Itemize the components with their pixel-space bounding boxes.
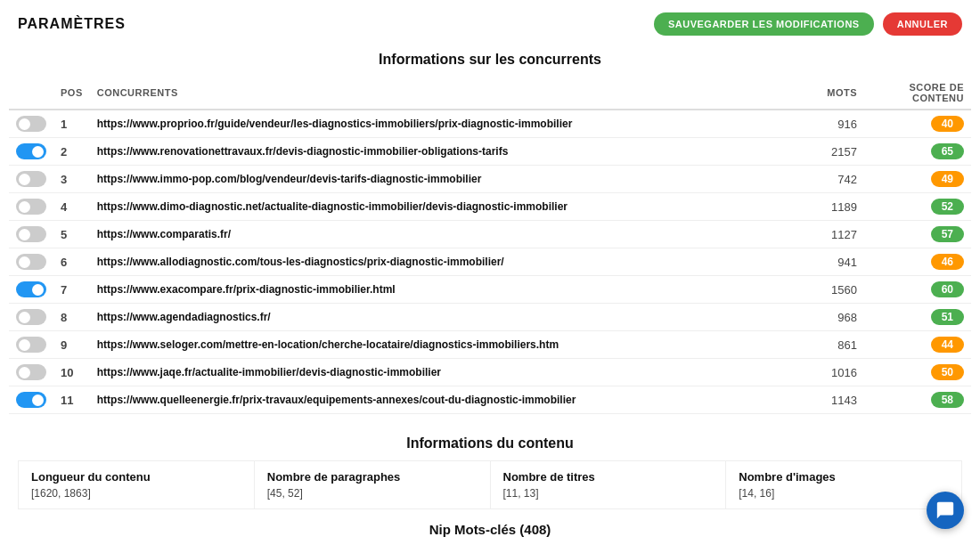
content-info-value: [1620, 1863]: [31, 487, 241, 500]
row-pos: 10: [53, 359, 90, 386]
content-info-title: Informations du contenu: [18, 435, 962, 451]
content-info-label: Nombre d'images: [739, 470, 949, 484]
toggle-switch[interactable]: [16, 392, 46, 408]
toggle-switch[interactable]: [16, 199, 46, 215]
table-row: 8https://www.agendadiagnostics.fr/96851: [9, 304, 971, 331]
col-pos: POS: [53, 77, 90, 110]
keywords-title: Nip Mots-clés (408): [14, 522, 966, 537]
row-url[interactable]: https://www.exacompare.fr/prix-diagnosti…: [90, 276, 802, 304]
toggle-cell: [9, 138, 53, 166]
toggle-switch[interactable]: [16, 171, 46, 187]
content-info-label: Nombre de titres: [503, 470, 714, 484]
toggle-cell: [9, 193, 53, 221]
score-badge: 50: [931, 364, 964, 380]
score-badge: 60: [931, 281, 964, 297]
col-mots: MOTS: [802, 77, 864, 110]
content-info-grid: Longueur du contenu[1620, 1863]Nombre de…: [18, 460, 962, 509]
row-score: 46: [864, 248, 971, 276]
toggle-cell: [9, 166, 53, 193]
row-pos: 1: [53, 110, 90, 138]
content-info-section: Informations du contenu Longueur du cont…: [0, 414, 980, 513]
toggle-switch[interactable]: [16, 143, 46, 159]
score-badge: 51: [931, 309, 964, 325]
score-badge: 40: [931, 116, 964, 132]
table-row: 11https://www.quelleenergie.fr/prix-trav…: [9, 386, 971, 414]
toggle-cell: [9, 304, 53, 331]
content-info-label: Longueur du contenu: [31, 470, 241, 484]
row-mots: 2157: [802, 138, 864, 166]
toggle-switch[interactable]: [16, 337, 46, 353]
row-mots: 1143: [802, 386, 864, 414]
chat-bubble[interactable]: [927, 492, 964, 529]
table-row: 6https://www.allodiagnostic.com/tous-les…: [9, 248, 971, 276]
row-score: 65: [864, 138, 971, 166]
row-score: 40: [864, 110, 971, 138]
row-url[interactable]: https://www.quelleenergie.fr/prix-travau…: [90, 386, 802, 414]
row-mots: 1127: [802, 221, 864, 248]
toggle-switch[interactable]: [16, 364, 46, 380]
toggle-cell: [9, 221, 53, 248]
cancel-button[interactable]: ANNULER: [883, 12, 962, 36]
row-url[interactable]: https://www.seloger.com/mettre-en-locati…: [90, 331, 802, 359]
row-score: 49: [864, 166, 971, 193]
row-url[interactable]: https://www.dimo-diagnostic.net/actualit…: [90, 193, 802, 221]
table-row: 2https://www.renovationettravaux.fr/devi…: [9, 138, 971, 166]
chat-icon: [935, 500, 955, 520]
save-button[interactable]: SAUVEGARDER LES MODIFICATIONS: [654, 12, 874, 36]
row-pos: 2: [53, 138, 90, 166]
content-info-cell: Longueur du contenu[1620, 1863]: [19, 461, 255, 509]
row-score: 50: [864, 359, 971, 386]
toggle-switch[interactable]: [16, 226, 46, 242]
score-badge: 46: [931, 254, 964, 270]
row-url[interactable]: https://www.comparatis.fr/: [90, 221, 802, 248]
toggle-switch[interactable]: [16, 254, 46, 270]
row-score: 52: [864, 193, 971, 221]
content-info-cell: Nombre de titres[11, 13]: [491, 461, 727, 509]
table-row: 7https://www.exacompare.fr/prix-diagnost…: [9, 276, 971, 304]
row-mots: 1189: [802, 193, 864, 221]
row-mots: 861: [802, 331, 864, 359]
table-row: 3https://www.immo-pop.com/blog/vendeur/d…: [9, 166, 971, 193]
col-toggle: [9, 77, 53, 110]
table-row: 9https://www.seloger.com/mettre-en-locat…: [9, 331, 971, 359]
table-row: 1https://www.proprioo.fr/guide/vendeur/l…: [9, 110, 971, 138]
score-badge: 49: [931, 171, 964, 187]
toggle-switch[interactable]: [16, 309, 46, 325]
row-pos: 11: [53, 386, 90, 414]
row-url[interactable]: https://www.agendadiagnostics.fr/: [90, 304, 802, 331]
toggle-cell: [9, 359, 53, 386]
competitors-title: Informations sur les concurrents: [9, 52, 971, 68]
row-pos: 3: [53, 166, 90, 193]
top-actions: SAUVEGARDER LES MODIFICATIONS ANNULER: [654, 12, 962, 36]
row-mots: 968: [802, 304, 864, 331]
score-badge: 52: [931, 199, 964, 215]
table-row: 4https://www.dimo-diagnostic.net/actuali…: [9, 193, 971, 221]
row-mots: 1016: [802, 359, 864, 386]
score-badge: 65: [931, 143, 964, 159]
row-mots: 916: [802, 110, 864, 138]
table-row: 5https://www.comparatis.fr/112757: [9, 221, 971, 248]
score-badge: 44: [931, 337, 964, 353]
row-url[interactable]: https://www.proprioo.fr/guide/vendeur/le…: [90, 110, 802, 138]
row-score: 60: [864, 276, 971, 304]
content-info-cell: Nombre d'images[14, 16]: [726, 461, 962, 509]
row-url[interactable]: https://www.jaqe.fr/actualite-immobilier…: [90, 359, 802, 386]
row-url[interactable]: https://www.allodiagnostic.com/tous-les-…: [90, 248, 802, 276]
row-score: 51: [864, 304, 971, 331]
row-pos: 8: [53, 304, 90, 331]
page-title: PARAMÈTRES: [18, 16, 126, 32]
row-score: 44: [864, 331, 971, 359]
row-url[interactable]: https://www.immo-pop.com/blog/vendeur/de…: [90, 166, 802, 193]
toggle-switch[interactable]: [16, 281, 46, 297]
row-pos: 9: [53, 331, 90, 359]
competitors-section: Informations sur les concurrents POS CON…: [0, 52, 980, 414]
toggle-cell: [9, 248, 53, 276]
row-mots: 742: [802, 166, 864, 193]
row-score: 57: [864, 221, 971, 248]
row-pos: 4: [53, 193, 90, 221]
competitors-table: POS CONCURRENTS MOTS SCORE DE CONTENU 1h…: [9, 77, 971, 414]
content-info-value: [45, 52]: [267, 487, 478, 500]
toggle-cell: [9, 110, 53, 138]
row-url[interactable]: https://www.renovationettravaux.fr/devis…: [90, 138, 802, 166]
toggle-switch[interactable]: [16, 116, 46, 132]
